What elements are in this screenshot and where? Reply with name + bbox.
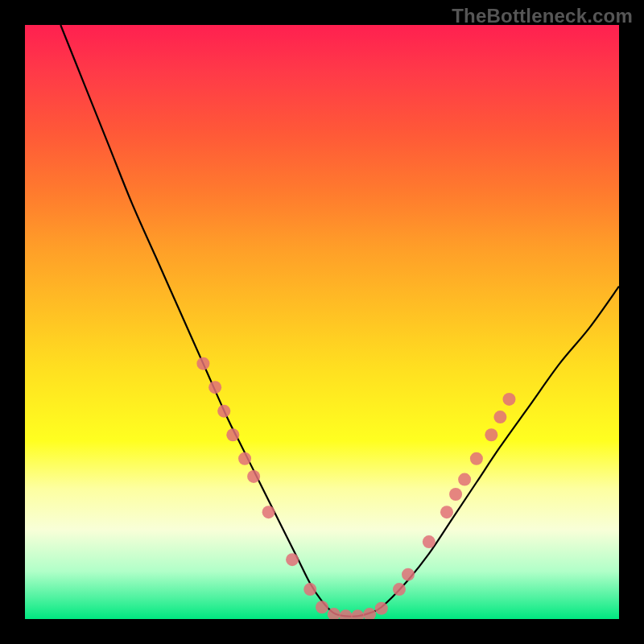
marker-point <box>470 452 483 465</box>
marker-point <box>247 470 260 483</box>
marker-point <box>485 428 497 441</box>
marker-point <box>340 609 353 619</box>
marker-point <box>217 405 230 418</box>
marker-point <box>196 357 209 370</box>
marker-point <box>303 583 316 596</box>
marker-point <box>351 609 364 619</box>
chart-svg <box>25 25 619 619</box>
marker-point <box>458 473 471 486</box>
plot-area <box>25 25 619 619</box>
marker-point <box>440 506 453 518</box>
marker-point <box>375 602 388 615</box>
marker-point <box>502 393 515 406</box>
marker-point <box>423 535 436 548</box>
marker-point <box>449 488 462 501</box>
marker-point <box>402 568 415 581</box>
marker-point <box>262 506 275 518</box>
watermark-text: TheBottleneck.com <box>452 5 633 27</box>
bottleneck-curve <box>60 25 619 617</box>
marker-point <box>316 601 328 613</box>
marker-point <box>286 553 299 566</box>
marker-point <box>226 428 239 441</box>
marker-point <box>393 583 406 596</box>
marker-point <box>208 381 221 394</box>
marker-point <box>363 608 376 619</box>
marker-point <box>493 411 506 423</box>
chart-container: TheBottleneck.com <box>0 0 644 644</box>
highlight-markers <box>196 357 515 619</box>
marker-point <box>238 452 251 465</box>
